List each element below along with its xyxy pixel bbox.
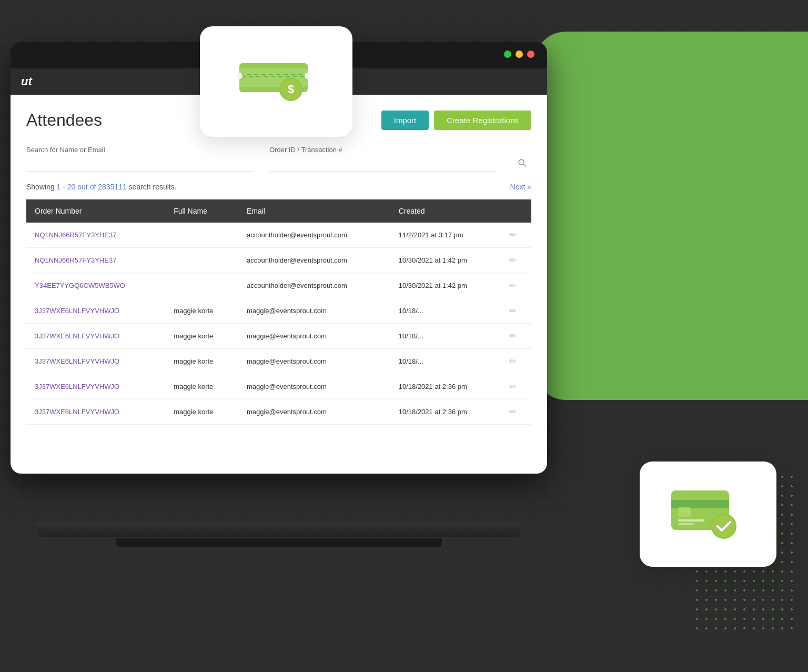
cell-edit: ✏ [501, 223, 531, 248]
col-actions [501, 199, 531, 223]
order-link[interactable]: 3J37WXE6LNLFVYVHWJO [35, 307, 119, 315]
table-row: NQ1NNJ66R57FY3YHE37 accountholder@events… [26, 248, 531, 273]
table-row: 3J37WXE6LNLFVYVHWJO maggie korte maggie@… [26, 349, 531, 374]
order-link[interactable]: 3J37WXE6LNLFVYVHWJO [35, 383, 119, 390]
cell-email: maggie@eventsprout.com [238, 399, 390, 425]
col-created: Created [390, 199, 501, 223]
order-search-input[interactable] [269, 157, 497, 172]
order-link[interactable]: NQ1NNJ66R57FY3YHE37 [35, 256, 116, 264]
edit-icon[interactable]: ✏ [509, 256, 516, 265]
cell-name: maggie korte [165, 349, 238, 374]
traffic-light-red [527, 51, 534, 58]
page-title: Attendees [26, 111, 102, 130]
cell-edit: ✏ [501, 273, 531, 298]
order-link[interactable]: NQ1NNJ66R57FY3YHE37 [35, 231, 116, 239]
order-link[interactable]: 3J37WXE6LNLFVYVHWJO [35, 408, 119, 416]
page-content-area: Attendees Import Create Registrations Se… [11, 95, 547, 435]
cell-created: 10/18/2021 at 2:36 pm [390, 399, 501, 425]
credit-card-icon-card [640, 462, 776, 567]
svg-point-14 [712, 515, 735, 538]
search-area: Search for Name or Email Order ID / Tran… [26, 146, 531, 172]
svg-rect-12 [678, 523, 694, 525]
name-search-input[interactable] [26, 157, 254, 172]
cell-order: NQ1NNJ66R57FY3YHE37 [26, 248, 165, 273]
svg-rect-10 [678, 507, 691, 517]
edit-icon[interactable]: ✏ [509, 332, 516, 340]
cell-created: 10/18/... [390, 324, 501, 349]
cell-order: Y34EE7YYGQ6CW5WB5WO [26, 273, 165, 298]
cell-name: maggie korte [165, 298, 238, 324]
table-row: 3J37WXE6LNLFVYVHWJO maggie korte maggie@… [26, 298, 531, 324]
edit-icon[interactable]: ✏ [509, 357, 516, 366]
showing-prefix: Showing [26, 183, 57, 191]
order-search-label: Order ID / Transaction # [269, 146, 497, 154]
traffic-light-green [504, 51, 511, 58]
table-row: 3J37WXE6LNLFVYVHWJO maggie korte maggie@… [26, 374, 531, 399]
search-button[interactable] [512, 153, 531, 172]
table-row: 3J37WXE6LNLFVYVHWJO maggie korte maggie@… [26, 399, 531, 425]
name-search-group: Search for Name or Email [26, 146, 254, 172]
cell-created: 11/2/2021 at 3:17 pm [390, 223, 501, 248]
laptop-foot [116, 538, 442, 547]
cell-name: maggie korte [165, 399, 238, 425]
results-info: Showing 1 - 20 out of 2835111 search res… [26, 183, 531, 191]
cell-email: accountholder@eventsprout.com [238, 273, 390, 298]
cell-email: accountholder@eventsprout.com [238, 223, 390, 248]
edit-icon[interactable]: ✏ [509, 281, 516, 290]
table-row: Y34EE7YYGQ6CW5WB5WO accountholder@events… [26, 273, 531, 298]
cell-name: maggie korte [165, 374, 238, 399]
app-logo: ut [21, 75, 32, 88]
cell-email: maggie@eventsprout.com [238, 298, 390, 324]
cell-edit: ✏ [501, 349, 531, 374]
order-link[interactable]: 3J37WXE6LNLFVYVHWJO [35, 332, 119, 340]
cell-edit: ✏ [501, 298, 531, 324]
name-search-label: Search for Name or Email [26, 146, 254, 154]
table-row: 3J37WXE6LNLFVYVHWJO maggie korte maggie@… [26, 324, 531, 349]
header-buttons: Import Create Registrations [381, 111, 531, 130]
cell-email: maggie@eventsprout.com [238, 324, 390, 349]
cell-order: 3J37WXE6LNLFVYVHWJO [26, 399, 165, 425]
col-email: Email [238, 199, 390, 223]
cell-created: 10/18/2021 at 2:36 pm [390, 374, 501, 399]
table-row: NQ1NNJ66R57FY3YHE37 accountholder@events… [26, 223, 531, 248]
cell-order: 3J37WXE6LNLFVYVHWJO [26, 349, 165, 374]
cell-edit: ✏ [501, 324, 531, 349]
cell-edit: ✏ [501, 399, 531, 425]
cell-edit: ✏ [501, 248, 531, 273]
results-range-link[interactable]: 1 - 20 out of 2835111 [57, 183, 127, 191]
table-header-row: Order Number Full Name Email Created [26, 199, 531, 223]
col-full-name: Full Name [165, 199, 238, 223]
laptop-base [37, 522, 521, 537]
cell-order: 3J37WXE6LNLFVYVHWJO [26, 298, 165, 324]
svg-rect-9 [671, 500, 729, 508]
svg-text:$: $ [288, 83, 294, 96]
cell-order: NQ1NNJ66R57FY3YHE37 [26, 223, 165, 248]
cell-name [165, 223, 238, 248]
traffic-light-yellow [516, 51, 523, 58]
cell-name: maggie korte [165, 324, 238, 349]
ticket-icon-card: $ [200, 26, 352, 137]
edit-icon[interactable]: ✏ [509, 230, 516, 239]
cell-order: 3J37WXE6LNLFVYVHWJO [26, 374, 165, 399]
results-text: Showing 1 - 20 out of 2835111 search res… [26, 183, 177, 191]
import-button[interactable]: Import [381, 111, 429, 130]
edit-icon[interactable]: ✏ [509, 407, 516, 416]
traffic-lights [504, 51, 534, 58]
cell-name [165, 248, 238, 273]
edit-icon[interactable]: ✏ [509, 382, 516, 391]
order-link[interactable]: 3J37WXE6LNLFVYVHWJO [35, 357, 119, 365]
attendees-table: Order Number Full Name Email Created NQ1… [26, 199, 531, 425]
cell-email: maggie@eventsprout.com [238, 349, 390, 374]
edit-icon[interactable]: ✏ [509, 306, 516, 315]
cell-email: maggie@eventsprout.com [238, 374, 390, 399]
col-order-number: Order Number [26, 199, 165, 223]
cell-name [165, 273, 238, 298]
next-page-link[interactable]: Next » [510, 183, 531, 191]
order-link[interactable]: Y34EE7YYGQ6CW5WB5WO [35, 282, 125, 289]
svg-point-3 [236, 73, 243, 79]
create-registrations-button[interactable]: Create Registrations [434, 111, 531, 130]
cell-order: 3J37WXE6LNLFVYVHWJO [26, 324, 165, 349]
svg-point-4 [305, 73, 311, 79]
cell-email: accountholder@eventsprout.com [238, 248, 390, 273]
svg-rect-11 [678, 519, 704, 521]
